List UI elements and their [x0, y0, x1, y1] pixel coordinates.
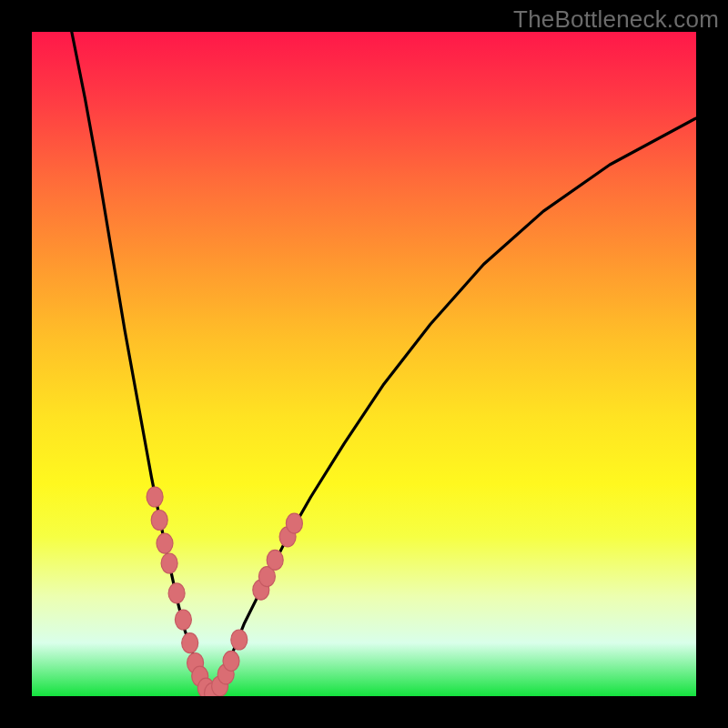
watermark-text: TheBottleneck.com — [513, 5, 719, 34]
data-marker — [161, 553, 177, 573]
chart-frame: TheBottleneck.com — [0, 0, 728, 728]
data-marker — [147, 487, 163, 507]
chart-svg — [32, 32, 696, 696]
left-curve-path — [72, 32, 211, 696]
data-marker — [231, 630, 248, 650]
data-marker — [151, 511, 167, 531]
marker-group — [147, 487, 302, 696]
data-marker — [182, 633, 198, 653]
data-marker — [157, 533, 173, 553]
data-marker — [175, 610, 191, 630]
plot-area — [32, 32, 696, 696]
data-marker — [267, 550, 283, 570]
data-marker — [168, 583, 185, 603]
data-marker — [286, 513, 302, 533]
right-curve-path — [211, 118, 696, 696]
data-marker — [223, 651, 239, 671]
